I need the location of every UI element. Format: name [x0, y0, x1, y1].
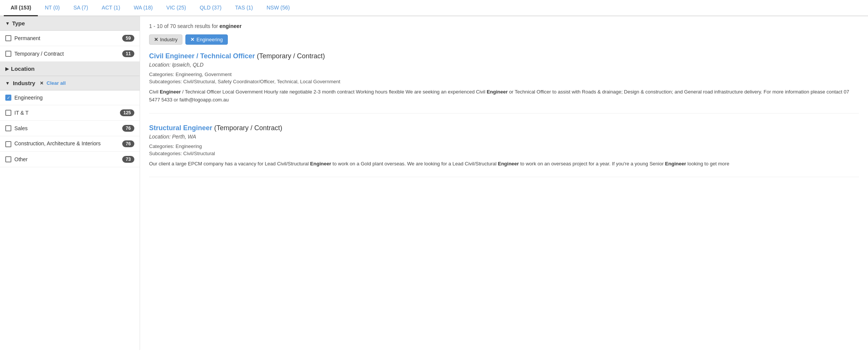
industry-tag-remove-icon[interactable]: ✕ — [154, 37, 158, 42]
results-summary: 1 - 10 of 70 search results for engineer — [149, 23, 859, 29]
tab-all[interactable]: All (153) — [4, 0, 38, 16]
tab-sa[interactable]: SA (7) — [67, 0, 95, 16]
engineering-tag-label: Engineering — [196, 37, 222, 42]
sales-count: 76 — [122, 125, 134, 132]
main-layout: ▼ Type Permanent 59 Temporary / Contract… — [0, 16, 868, 350]
job-categories-2: Categories: Engineering — [149, 143, 859, 149]
itt-checkbox[interactable] — [5, 110, 11, 116]
permanent-label: Permanent — [14, 35, 40, 41]
tab-qld[interactable]: QLD (37) — [193, 0, 229, 16]
sales-label: Sales — [14, 125, 28, 131]
industry-section-label: Industry — [13, 80, 35, 86]
content-area: 1 - 10 of 70 search results for engineer… — [140, 16, 868, 350]
filter-tags: ✕ Industry ✕ Engineering — [149, 34, 859, 45]
job-description-2: Our client a large EPCM company has a va… — [149, 160, 859, 168]
location-section-header[interactable]: ▶ Location — [0, 62, 140, 76]
temporary-count: 11 — [122, 50, 134, 57]
job-listing-2: Structural Engineer (Temporary / Contrac… — [149, 124, 859, 178]
location-section-label: Location — [11, 65, 35, 72]
construction-checkbox[interactable] — [5, 141, 11, 147]
tab-act[interactable]: ACT (1) — [95, 0, 127, 16]
engineering-tag-remove-icon[interactable]: ✕ — [190, 37, 194, 42]
industry-section-header[interactable]: ▼ Industry ✕ Clear all — [0, 76, 140, 90]
itt-label: IT & T — [14, 110, 29, 116]
job-location-2: Location: Perth, WA — [149, 134, 859, 140]
job-title-link-2[interactable]: Structural Engineer — [149, 124, 212, 132]
permanent-count: 59 — [122, 35, 134, 42]
temporary-label: Temporary / Contract — [14, 51, 64, 57]
results-prefix: 1 - 10 of 70 search results for — [149, 23, 218, 29]
other-label: Other — [14, 156, 28, 162]
sidebar: ▼ Type Permanent 59 Temporary / Contract… — [0, 16, 140, 350]
industry-tag-label: Industry — [160, 37, 177, 42]
job-title-2: Structural Engineer (Temporary / Contrac… — [149, 124, 859, 132]
job-categories-1: Categories: Engineering, Government — [149, 72, 859, 77]
job-contract-type-2b: (Temporary / Contract) — [214, 124, 282, 132]
job-subcategories-2: Subcategories: Civil/Structural — [149, 151, 859, 156]
tab-tas[interactable]: TAS (1) — [228, 0, 260, 16]
sidebar-item-itt[interactable]: IT & T 125 — [0, 105, 140, 121]
industry-filter-tag[interactable]: ✕ Industry — [149, 34, 182, 45]
job-description-1: Civil Engineer / Technical Officer Local… — [149, 88, 859, 104]
construction-count: 76 — [122, 140, 134, 147]
job-contract-type-1b: (Temporary / Contract) — [257, 52, 325, 60]
type-section-label: Type — [12, 20, 25, 26]
sales-checkbox[interactable] — [5, 125, 11, 131]
tab-nsw[interactable]: NSW (56) — [260, 0, 297, 16]
sidebar-item-construction[interactable]: Construction, Architecture & Interiors 7… — [0, 136, 140, 152]
tab-vic[interactable]: VIC (25) — [160, 0, 193, 16]
engineering-filter-tag[interactable]: ✕ Engineering — [185, 34, 227, 45]
sidebar-item-engineering[interactable]: ✓ Engineering — [0, 90, 140, 105]
job-listing-1: Civil Engineer / Technical Officer (Temp… — [149, 52, 859, 114]
job-location-1: Location: Ipswich, QLD — [149, 62, 859, 68]
job-title-1: Civil Engineer / Technical Officer (Temp… — [149, 52, 859, 60]
type-section-header[interactable]: ▼ Type — [0, 16, 140, 31]
engineering-label: Engineering — [14, 95, 43, 101]
other-count: 73 — [122, 156, 134, 163]
sidebar-item-permanent[interactable]: Permanent 59 — [0, 31, 140, 46]
clear-all-link[interactable]: Clear all — [47, 80, 66, 86]
engineering-checkbox[interactable]: ✓ — [5, 95, 11, 101]
temporary-checkbox[interactable] — [5, 51, 11, 57]
results-search-term: engineer — [219, 23, 241, 29]
itt-count: 125 — [120, 109, 134, 116]
industry-arrow-icon: ▼ — [5, 81, 10, 86]
permanent-checkbox[interactable] — [5, 35, 11, 41]
sidebar-item-other[interactable]: Other 73 — [0, 152, 140, 167]
job-title-link-1[interactable]: Civil Engineer / Technical Officer — [149, 52, 255, 60]
tabs-bar: All (153) NT (0) SA (7) ACT (1) WA (18) … — [0, 0, 868, 16]
type-arrow-icon: ▼ — [5, 21, 10, 26]
sidebar-item-temporary[interactable]: Temporary / Contract 11 — [0, 46, 140, 62]
tab-wa[interactable]: WA (18) — [127, 0, 160, 16]
location-arrow-icon: ▶ — [5, 66, 9, 72]
sidebar-item-sales[interactable]: Sales 76 — [0, 121, 140, 136]
construction-label: Construction, Architecture & Interiors — [14, 140, 101, 146]
other-checkbox[interactable] — [5, 156, 11, 162]
tab-nt[interactable]: NT (0) — [38, 0, 66, 16]
job-subcategories-1: Subcategories: Civil/Structural, Safety … — [149, 79, 859, 84]
